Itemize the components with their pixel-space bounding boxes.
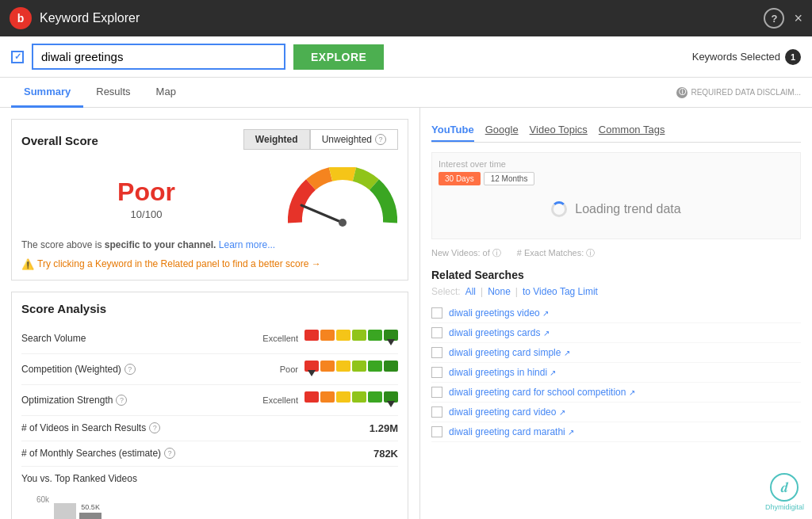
- unweighted-info-icon[interactable]: ?: [375, 134, 386, 145]
- competition-info-icon[interactable]: ?: [124, 364, 136, 375]
- gauge-svg: [287, 167, 398, 231]
- tab-map[interactable]: Map: [144, 78, 189, 108]
- loading-trend: Loading trend data: [439, 185, 794, 232]
- chart-bar-2: 50.5K: [79, 503, 102, 519]
- related-select-none[interactable]: None: [488, 286, 511, 297]
- trend-buttons: 30 Days 12 Months: [439, 172, 794, 185]
- yt-tab-google[interactable]: Google: [485, 119, 519, 142]
- loading-spinner: [551, 201, 567, 217]
- related-searches: Related Searches Select: All | None | to…: [431, 269, 801, 442]
- loading-text: Loading trend data: [575, 202, 680, 216]
- bar-seg-green-dark-c: [384, 361, 398, 372]
- chart-bars-group: 50.5K 1.46K 577: [54, 495, 178, 519]
- help-button[interactable]: ?: [764, 8, 784, 29]
- watermark: 𝒅 Dhymidigital: [765, 473, 804, 511]
- related-item: diwali greeting card for school competit…: [431, 383, 801, 403]
- score-number: 10/100: [21, 208, 271, 220]
- analysis-value-videos: 1.29M: [350, 422, 398, 434]
- optimization-info-icon[interactable]: ?: [116, 395, 127, 406]
- related-checkbox-6[interactable]: [431, 426, 442, 437]
- overall-score-title: Overall Score: [21, 134, 98, 147]
- related-link-0[interactable]: diwali greetings video ↗: [449, 307, 549, 319]
- bar-seg-green-c: [368, 361, 382, 372]
- related-link-6[interactable]: diwali greeting card marathi ↗: [449, 426, 574, 437]
- bar-seg-green: [368, 330, 382, 341]
- search-checkbox[interactable]: [11, 51, 24, 63]
- videos-info-icon[interactable]: ?: [149, 422, 160, 433]
- disclaimer-icon: ⓘ: [676, 87, 688, 98]
- external-icon-1: ↗: [543, 329, 550, 338]
- bar-pointer-o: [387, 401, 395, 407]
- bar-seg-yellow-o: [336, 391, 350, 403]
- tabs-bar: Summary Results Map ⓘ REQUIRED DATA DISC…: [0, 78, 812, 108]
- bar-search-volume: [304, 330, 398, 347]
- explore-button[interactable]: EXPLORE: [293, 44, 384, 70]
- yt-tab-video-topics[interactable]: Video Topics: [530, 119, 588, 142]
- analysis-row-videos: # of Videos in Search Results ? 1.29M: [21, 416, 398, 441]
- analysis-row-search-volume: Search Volume Excellent: [21, 323, 398, 354]
- related-checkbox-4[interactable]: [431, 387, 442, 398]
- svg-line-0: [301, 205, 343, 223]
- score-note: The score above is specific to your chan…: [21, 239, 398, 252]
- related-select-row: Select: All | None | to Video Tag Limit: [431, 286, 801, 297]
- close-button[interactable]: ×: [794, 11, 802, 25]
- external-icon-5: ↗: [559, 408, 565, 417]
- yt-tab-youtube[interactable]: YouTube: [431, 119, 474, 142]
- learn-more-link[interactable]: Learn more...: [219, 239, 275, 250]
- header: b Keyword Explorer ? ×: [0, 0, 812, 36]
- weighted-tab[interactable]: Weighted: [243, 129, 310, 150]
- trend-btn-12months[interactable]: 12 Months: [484, 172, 535, 185]
- bar-seg-green-o: [368, 391, 382, 403]
- related-item: diwali greeting card simple ↗: [431, 343, 801, 363]
- score-text-area: Poor 10/100: [21, 177, 271, 220]
- monthly-info-icon[interactable]: ?: [164, 448, 175, 459]
- tab-results[interactable]: Results: [83, 78, 143, 108]
- related-item: diwali greetings cards ↗: [431, 323, 801, 343]
- related-checkbox-1[interactable]: [431, 327, 442, 338]
- related-checkbox-5[interactable]: [431, 406, 442, 418]
- search-input[interactable]: [32, 44, 285, 70]
- related-item: diwali greeting card marathi ↗: [431, 422, 801, 442]
- yt-tab-common-tags[interactable]: Common Tags: [599, 119, 665, 142]
- analysis-label-vs-top: You vs. Top Ranked Videos: [21, 473, 137, 484]
- chart-bar-2-label: 50.5K: [81, 503, 100, 511]
- warning-icon: ⚠️: [21, 258, 34, 270]
- bar-seg-red-o: [304, 391, 319, 403]
- analysis-rating-search-volume: Excellent: [251, 334, 298, 343]
- unweighted-tab[interactable]: Unweighted ?: [310, 129, 398, 150]
- search-bar: EXPLORE Keywords Selected 1: [0, 36, 812, 78]
- tab-summary[interactable]: Summary: [11, 78, 83, 108]
- related-link-4[interactable]: diwali greeting card for school competit…: [449, 387, 635, 398]
- related-link-1[interactable]: diwali greetings cards ↗: [449, 327, 550, 338]
- related-link-5[interactable]: diwali greeting card video ↗: [449, 406, 565, 418]
- bar-seg-lightgreen-o: [352, 391, 366, 403]
- keywords-selected-label: Keywords Selected: [692, 51, 780, 63]
- new-videos-metric: New Videos: of ⓘ: [431, 247, 501, 259]
- bar-seg-orange-c: [320, 361, 335, 372]
- related-item: diwali greeting card video ↗: [431, 403, 801, 422]
- related-select-video-tag-limit[interactable]: to Video Tag Limit: [523, 286, 598, 297]
- bar-2: [79, 513, 102, 519]
- analysis-row-vs-top: You vs. Top Ranked Videos Views 60k 50.5…: [21, 467, 398, 519]
- score-analysis-title: Score Analysis: [21, 302, 398, 315]
- related-checkbox-0[interactable]: [431, 307, 442, 319]
- analysis-value-monthly: 782K: [350, 448, 398, 460]
- right-panel: YouTube Google Video Topics Common Tags …: [420, 108, 812, 519]
- related-item: diwali greetings in hindi ↗: [431, 363, 801, 383]
- bar-seg-yellow: [336, 330, 350, 341]
- related-link-2[interactable]: diwali greeting card simple ↗: [449, 347, 570, 358]
- bar-pointer-sv: [387, 339, 395, 345]
- related-link-3[interactable]: diwali greetings in hindi ↗: [449, 367, 556, 378]
- related-select-all[interactable]: All: [465, 286, 476, 297]
- related-checkbox-2[interactable]: [431, 347, 442, 358]
- related-checkbox-3[interactable]: [431, 367, 442, 378]
- overall-score-section: Overall Score Weighted Unweighted ? Poor…: [11, 119, 408, 280]
- bar-seg-lightgreen-c: [352, 361, 366, 372]
- analysis-label-optimization: Optimization Strength ?: [21, 395, 244, 406]
- analysis-label-monthly: # of Monthly Searches (estimate) ?: [21, 448, 344, 459]
- external-icon-3: ↗: [550, 368, 556, 377]
- keywords-selected-badge: 1: [785, 49, 801, 65]
- chart-y-axis: 60k: [36, 495, 49, 519]
- disclaimer: ⓘ REQUIRED DATA DISCLAIM...: [676, 87, 801, 98]
- trend-btn-30days[interactable]: 30 Days: [439, 172, 481, 185]
